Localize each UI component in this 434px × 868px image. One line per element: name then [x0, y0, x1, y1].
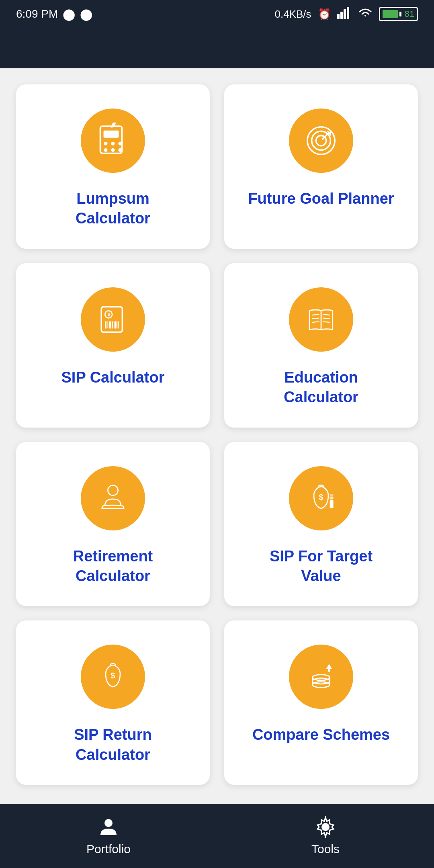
future-goal-planner-card[interactable]: Future Goal Planner [224, 84, 418, 249]
svg-text:$: $ [108, 312, 110, 317]
svg-rect-5 [104, 131, 119, 138]
svg-rect-26 [115, 321, 117, 328]
sip-target-card[interactable]: $ SIP For TargetValue [224, 442, 418, 606]
education-icon [303, 301, 339, 338]
retirement-icon-circle [81, 466, 145, 530]
svg-rect-25 [112, 321, 113, 328]
svg-text:$: $ [319, 492, 323, 501]
sip-return-label: SIP ReturnCalculator [74, 725, 152, 765]
bottom-nav: Portfolio Tools [0, 804, 434, 868]
future-goal-icon-circle [289, 108, 353, 173]
battery: 81 [379, 7, 418, 21]
svg-point-10 [111, 148, 115, 152]
retirement-calculator-card[interactable]: RetirementCalculator [16, 442, 210, 606]
compare-schemes-card[interactable]: Compare Schemes [224, 620, 418, 785]
calculator-icon [95, 123, 131, 159]
lumpsum-label: LumpsumCalculator [76, 189, 150, 229]
svg-rect-1 [340, 12, 343, 19]
svg-point-7 [111, 142, 115, 145]
status-bar: 6:09 PM ⬤ ⬤ 0.4KB/s ⏰ 81 [0, 0, 434, 28]
sip-calculator-card[interactable]: $ SIP Calculator [16, 263, 210, 428]
person-icon [97, 816, 120, 838]
svg-rect-23 [108, 321, 108, 328]
svg-line-33 [323, 318, 330, 319]
time: 6:09 PM [16, 8, 58, 20]
wifi-icon [358, 7, 373, 22]
svg-line-31 [312, 321, 319, 322]
svg-rect-2 [344, 9, 346, 19]
education-icon-circle [289, 287, 353, 352]
svg-point-49 [104, 819, 113, 827]
tools-label: Tools [311, 842, 340, 856]
svg-point-6 [104, 142, 108, 145]
sip-label: SIP Calculator [61, 368, 165, 387]
education-calculator-card[interactable]: EducationCalculator [224, 263, 418, 428]
main-content: LumpsumCalculator Future Goal Planner [0, 68, 434, 804]
svg-line-32 [323, 314, 330, 315]
svg-rect-3 [347, 7, 349, 19]
compare-icon [303, 659, 339, 695]
svg-rect-22 [105, 321, 106, 328]
portfolio-label: Portfolio [86, 842, 131, 856]
svg-point-11 [119, 148, 122, 152]
signal-icon [337, 7, 352, 22]
retirement-label: RetirementCalculator [73, 547, 153, 586]
retirement-icon [95, 480, 131, 516]
lumpsum-calculator-card[interactable]: LumpsumCalculator [16, 84, 210, 249]
dot-icon: ⬤ [63, 8, 75, 21]
education-label: EducationCalculator [284, 368, 358, 407]
svg-rect-38 [330, 500, 334, 508]
sip-icon: $ [95, 301, 131, 338]
svg-point-9 [104, 148, 108, 152]
svg-text:$: $ [111, 671, 115, 680]
sip-target-icon: $ [303, 480, 339, 516]
sip-target-icon-circle: $ [289, 466, 353, 530]
svg-point-8 [119, 142, 122, 145]
nav-portfolio[interactable]: Portfolio [0, 816, 217, 856]
nav-tools[interactable]: Tools [217, 816, 434, 856]
status-right: 0.4KB/s ⏰ 81 [274, 7, 418, 22]
dot2-icon: ⬤ [80, 8, 92, 21]
svg-rect-19 [101, 307, 122, 332]
svg-rect-24 [109, 321, 111, 328]
alarm-icon: ⏰ [318, 8, 331, 20]
sip-return-icon: $ [95, 659, 131, 695]
svg-rect-0 [337, 14, 340, 19]
svg-line-30 [312, 318, 319, 319]
card-grid: LumpsumCalculator Future Goal Planner [16, 84, 418, 785]
svg-rect-40 [330, 494, 334, 496]
app-header [0, 28, 434, 68]
sip-icon-circle: $ [81, 287, 145, 352]
sip-return-icon-circle: $ [81, 645, 145, 709]
future-goal-label: Future Goal Planner [248, 189, 394, 209]
svg-rect-39 [330, 496, 334, 499]
svg-point-50 [321, 823, 330, 831]
svg-line-29 [312, 314, 319, 315]
svg-line-34 [323, 321, 330, 322]
target-icon [303, 123, 339, 159]
speed: 0.4KB/s [274, 8, 311, 20]
lumpsum-icon-circle [81, 108, 145, 173]
compare-label: Compare Schemes [252, 725, 390, 745]
svg-point-35 [108, 485, 118, 495]
sip-return-calculator-card[interactable]: $ SIP ReturnCalculator [16, 620, 210, 785]
gear-icon [314, 816, 337, 838]
svg-rect-27 [118, 321, 119, 328]
status-left: 6:09 PM ⬤ ⬤ [16, 8, 92, 21]
svg-point-44 [312, 675, 330, 680]
sip-target-label: SIP For TargetValue [270, 547, 373, 586]
svg-marker-48 [326, 664, 332, 669]
compare-icon-circle [289, 645, 353, 709]
